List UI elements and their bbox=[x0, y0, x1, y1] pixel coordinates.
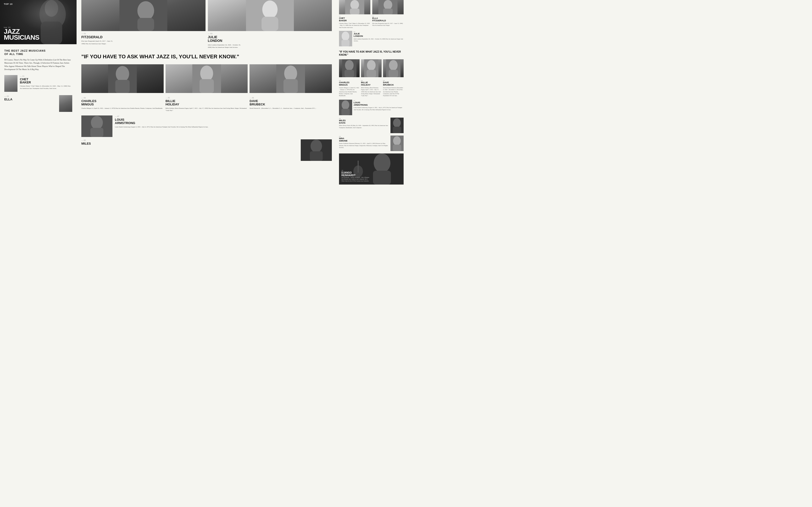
julie-desc-mid: Julie London (September 26, 1926 – Octob… bbox=[208, 44, 241, 49]
svg-point-46 bbox=[393, 118, 401, 127]
svg-rect-50 bbox=[393, 145, 401, 151]
svg-point-52 bbox=[374, 154, 391, 173]
right-nina-desc: Eunice Kathleen Waymon (February 21, 193… bbox=[339, 143, 389, 149]
right-billie-desc: Billie Holiday (Born Eleanora Fagan; Apr… bbox=[361, 87, 382, 97]
right-julie-desc: Julie London (September 26, 1926 – Octob… bbox=[354, 38, 404, 42]
right-julie-photo bbox=[339, 31, 352, 46]
svg-point-34 bbox=[345, 60, 354, 70]
svg-rect-17 bbox=[284, 79, 298, 93]
right-miles-svg bbox=[391, 118, 404, 133]
mid-three-photos bbox=[81, 64, 332, 93]
right-ella-card: 02 ELLAFITZGERALD Ella Jane Fitzgerald (… bbox=[372, 0, 404, 29]
dave-name: DAVEBRUBECK bbox=[250, 100, 332, 106]
miles-num: — 08 bbox=[81, 139, 298, 142]
svg-rect-5 bbox=[137, 18, 154, 31]
right-django-desc: Jean Reinhardt – Django Reinhardt – Was … bbox=[341, 177, 370, 182]
right-django-photo: 10 DJANGOREINHARDT Jean Reinhardt – Djan… bbox=[339, 154, 404, 184]
right-dave-photo bbox=[383, 59, 404, 77]
svg-point-37 bbox=[367, 60, 375, 70]
svg-rect-11 bbox=[115, 80, 130, 93]
right-dave-svg bbox=[383, 59, 404, 77]
svg-rect-44 bbox=[341, 109, 350, 115]
hero-image: TOP 10 top 10 JAZZMUSICIANS bbox=[0, 0, 77, 44]
louis-info-mid: — 07 LOUISARMSTRONG Louis Daniel Armstro… bbox=[115, 115, 332, 137]
svg-point-28 bbox=[384, 0, 392, 10]
right-three-row bbox=[339, 59, 404, 77]
ella-left-number: — 02 bbox=[4, 95, 57, 97]
svg-rect-26 bbox=[350, 9, 360, 14]
miles-photo-mid bbox=[301, 139, 332, 161]
right-charles-label: 04 CHARLESMINGUS Charles Mingus Jr. (Apr… bbox=[339, 79, 360, 97]
right-quote: "IF YOU HAVE TO ASK WHAT JAZZ IS, YOU'LL… bbox=[339, 50, 404, 56]
right-chet-name: CHETBAKER bbox=[339, 17, 370, 22]
right-ella-photo bbox=[372, 0, 404, 14]
mid-top-musicians: — 01 FITZGERALD Ella Jane Fitzgerald (Ap… bbox=[81, 0, 332, 49]
right-bottom-labels: 04 CHARLESMINGUS Charles Mingus Jr. (Apr… bbox=[339, 79, 404, 97]
right-nina-info: 09 NINASIMONE Eunice Kathleen Waymon (Fe… bbox=[339, 135, 389, 151]
right-charles-svg bbox=[339, 59, 360, 77]
right-julie-name: JULIELONDON bbox=[354, 33, 404, 38]
right-miles-num: 08 bbox=[339, 118, 389, 119]
louis-svg bbox=[81, 115, 112, 137]
julie-name-mid: JULIELONDON bbox=[208, 36, 332, 43]
right-nina-svg bbox=[391, 135, 404, 151]
dave-photo-mid bbox=[250, 64, 332, 93]
svg-rect-41 bbox=[389, 70, 398, 77]
right-top-cards: 01 CHETBAKER Chesney Henry "Chet" Baker … bbox=[339, 0, 404, 29]
chet-number: — 01 bbox=[20, 75, 72, 77]
right-julie-num: 03 bbox=[354, 31, 404, 33]
svg-rect-29 bbox=[383, 9, 393, 14]
svg-rect-53 bbox=[373, 171, 391, 184]
svg-point-19 bbox=[91, 116, 103, 129]
right-miles-section: 08 MILESDAVIS Miles Dewey Davis III (May… bbox=[339, 118, 404, 133]
ella-photo-mid bbox=[81, 0, 205, 31]
billie-desc: Billie Holiday (Born Eleanora Fagan; Apr… bbox=[165, 107, 248, 112]
right-nina-section: 09 NINASIMONE Eunice Kathleen Waymon (Fe… bbox=[339, 135, 404, 151]
louis-desc: Louis Daniel Armstrong (August 4, 1901 –… bbox=[115, 126, 332, 128]
right-chet-card: 01 CHETBAKER Chesney Henry "Chet" Baker … bbox=[339, 0, 370, 29]
dave-desc: David Warren B... (December 6, 1... Dece… bbox=[250, 107, 332, 109]
charles-desc: Charles Mingus Jr. (April 22, 1922 – Jan… bbox=[81, 107, 164, 109]
julie-svg bbox=[208, 0, 332, 31]
right-billie-photo bbox=[361, 59, 382, 77]
dave-svg bbox=[250, 64, 332, 93]
mid-bottom-row: — 04 CHARLESMINGUS Charles Mingus Jr. (A… bbox=[81, 97, 332, 112]
svg-rect-2 bbox=[41, 21, 62, 44]
svg-point-13 bbox=[200, 65, 213, 81]
right-chet-svg bbox=[339, 0, 370, 14]
right-nina-num: 09 bbox=[339, 135, 389, 137]
mid-quote: "IF YOU HAVE TO ASK WHAT JAZZ IS, YOU'LL… bbox=[81, 54, 332, 60]
right-django-name: DJANGOREINHARDT bbox=[341, 171, 370, 177]
right-billie-svg bbox=[361, 59, 382, 77]
miles-section-mid: — 08 MILES bbox=[81, 139, 332, 161]
charles-svg bbox=[81, 64, 164, 93]
ella-num-mid: — 01 bbox=[81, 33, 205, 35]
svg-point-10 bbox=[116, 66, 129, 82]
right-miles-info: 08 MILESDAVIS Miles Dewey Davis III (May… bbox=[339, 118, 389, 133]
billie-card: — 05 BILLIEHOLIDAY Billie Holiday (Born … bbox=[165, 97, 248, 112]
svg-point-40 bbox=[389, 60, 398, 70]
miles-svg bbox=[301, 139, 332, 161]
svg-rect-14 bbox=[200, 79, 214, 93]
hero-badge: TOP 10 bbox=[4, 3, 13, 5]
julie-photo-mid bbox=[208, 0, 332, 31]
svg-point-31 bbox=[342, 32, 349, 41]
ella-desc-mid: Ella Jane Fitzgerald (April 25, 1917 – J… bbox=[81, 40, 115, 45]
dave-num: — 06 bbox=[250, 97, 332, 99]
svg-point-16 bbox=[284, 65, 297, 81]
left-content: THE BEST JAZZ MUSICIANSOF ALL TIME Of Co… bbox=[0, 44, 77, 120]
section-body: Of Course, There's No Way To Come Up Wit… bbox=[4, 58, 72, 71]
right-django-overlay: 10 DJANGOREINHARDT Jean Reinhardt – Djan… bbox=[341, 169, 370, 182]
middle-column: — 01 FITZGERALD Ella Jane Fitzgerald (Ap… bbox=[77, 0, 337, 184]
svg-point-4 bbox=[137, 1, 154, 20]
right-nina-photo bbox=[391, 135, 404, 151]
right-ella-name: ELLAFITZGERALD bbox=[372, 17, 404, 22]
charles-photo-mid bbox=[81, 64, 164, 93]
julie-block: — 03 JULIELONDON Julie London (September… bbox=[208, 0, 332, 49]
musician-card-ella-left: — 02 ELLA bbox=[4, 95, 72, 112]
right-ella-svg bbox=[372, 0, 404, 14]
right-louis-section: 07 LOUISARMSTRONG Louis Daniel Armstrong… bbox=[339, 100, 404, 115]
svg-rect-32 bbox=[341, 40, 350, 46]
hero-main-title: JAZZMUSICIANS bbox=[4, 29, 39, 40]
chet-desc: Chesney Henry "Chet" Baker Jr. (December… bbox=[20, 85, 72, 90]
